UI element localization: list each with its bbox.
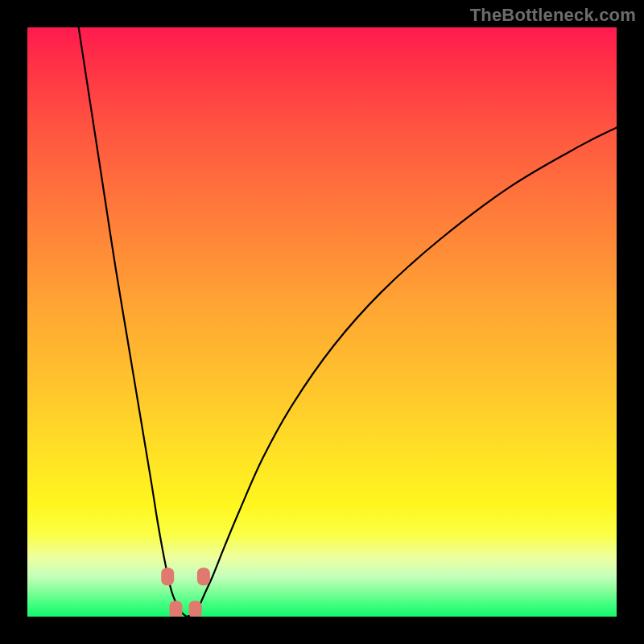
- curve-marker-0: [161, 568, 174, 585]
- curve-right-branch: [187, 127, 617, 617]
- curve-marker-1: [169, 601, 182, 617]
- plot-area: [27, 27, 617, 617]
- curve-marker-3: [197, 568, 210, 585]
- marker-group: [161, 568, 210, 617]
- curve-marker-2: [189, 601, 202, 617]
- watermark-label: TheBottleneck.com: [470, 5, 636, 26]
- curve-overlay: [27, 27, 617, 617]
- chart-frame: TheBottleneck.com: [0, 0, 644, 644]
- curve-left-branch: [79, 27, 187, 617]
